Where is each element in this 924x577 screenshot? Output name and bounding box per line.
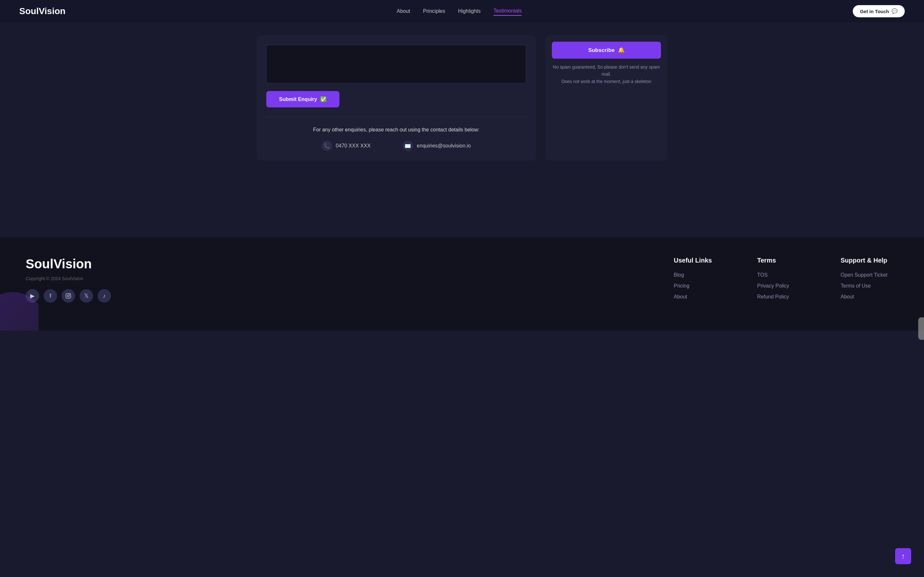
footer: SoulVision Copyright © 2024 SoulVision ▶… <box>0 237 924 330</box>
submit-enquiry-button[interactable]: Submit Enquiry ✅ <box>266 91 339 107</box>
spacer <box>0 173 924 237</box>
social-icons: ▶ f 𝕏 ♪ <box>26 289 648 303</box>
footer-top: SoulVision Copyright © 2024 SoulVision ▶… <box>26 257 898 305</box>
facebook-icon[interactable]: f <box>44 289 57 303</box>
support-title: Support & Help <box>841 257 898 264</box>
phone-contact: 📞 0470 XXX XXX <box>322 141 371 151</box>
footer-brand: SoulVision Copyright © 2024 SoulVision ▶… <box>26 257 648 305</box>
terms-title: Terms <box>757 257 815 264</box>
subscribe-note-line2: Does not work at the moment, just a skel… <box>561 79 651 84</box>
footer-link-blog[interactable]: Blog <box>674 272 732 278</box>
twitter-icon[interactable]: 𝕏 <box>79 289 93 303</box>
email-contact: ✉️ enquiries@soulvision.io <box>403 141 471 151</box>
back-to-top-button[interactable]: ↑ <box>895 548 911 564</box>
footer-link-pricing[interactable]: Pricing <box>674 283 732 289</box>
contact-info-text: For any other enquiries, please reach ou… <box>266 127 526 133</box>
subscribe-button[interactable]: Subscribe 🔔 <box>552 42 661 59</box>
useful-links-title: Useful Links <box>674 257 732 264</box>
phone-icon: 📞 <box>322 141 332 151</box>
subscribe-note-line1: No spam guaranteed, So please don't send… <box>553 64 660 77</box>
form-panel: Submit Enquiry ✅ For any other enquiries… <box>257 35 536 161</box>
bell-icon: 🔔 <box>618 47 625 53</box>
phone-number: 0470 XXX XXX <box>336 143 371 149</box>
tiktok-icon[interactable]: ♪ <box>97 289 111 303</box>
header-logo: SoulVision <box>19 6 65 16</box>
footer-link-support-ticket[interactable]: Open Support Ticket <box>841 272 898 278</box>
svg-point-2 <box>69 294 70 295</box>
instagram-icon[interactable] <box>61 289 75 303</box>
footer-copyright: Copyright © 2024 SoulVision <box>26 276 648 281</box>
nav-testimonials[interactable]: Testimonials <box>493 7 522 16</box>
nav-highlights[interactable]: Highlights <box>458 7 481 15</box>
nav-principles[interactable]: Principles <box>423 7 445 15</box>
footer-link-about[interactable]: About <box>674 294 732 300</box>
email-icon: ✉️ <box>403 141 413 151</box>
message-textarea[interactable] <box>266 45 526 83</box>
get-in-touch-button[interactable]: Get in Touch 💬 <box>853 5 905 17</box>
nav-about[interactable]: About <box>397 7 410 15</box>
footer-useful-links: Useful Links Blog Pricing About <box>674 257 732 305</box>
submit-label: Submit Enquiry <box>279 97 317 102</box>
footer-link-privacy[interactable]: Privacy Policy <box>757 283 815 289</box>
svg-rect-0 <box>66 293 71 298</box>
get-in-touch-label: Get in Touch <box>860 9 889 14</box>
scrollbar-handle[interactable] <box>918 318 924 340</box>
check-icon: ✅ <box>320 96 326 102</box>
main-content: Submit Enquiry ✅ For any other enquiries… <box>0 0 924 173</box>
footer-link-about-support[interactable]: About <box>841 294 898 300</box>
footer-logo: SoulVision <box>26 257 648 271</box>
footer-terms: Terms TOS Privacy Policy Refund Policy <box>757 257 815 305</box>
header: SoulVision About Principles Highlights T… <box>0 0 924 23</box>
arrow-up-icon: ↑ <box>901 552 905 560</box>
chat-icon: 💬 <box>892 8 898 14</box>
subscribe-label: Subscribe <box>588 47 614 53</box>
svg-point-1 <box>67 295 69 297</box>
footer-shape <box>0 292 39 330</box>
footer-link-refund[interactable]: Refund Policy <box>757 294 815 300</box>
subscribe-note: No spam guaranteed, So please don't send… <box>552 63 661 85</box>
footer-shape-inner <box>0 292 39 330</box>
footer-link-tos[interactable]: TOS <box>757 272 815 278</box>
subscribe-panel: Subscribe 🔔 No spam guaranteed, So pleas… <box>545 35 667 161</box>
footer-link-terms-of-use[interactable]: Terms of Use <box>841 283 898 289</box>
contact-section: Submit Enquiry ✅ For any other enquiries… <box>237 23 687 173</box>
footer-support: Support & Help Open Support Ticket Terms… <box>841 257 898 305</box>
main-nav: About Principles Highlights Testimonials <box>397 7 522 16</box>
contact-details: 📞 0470 XXX XXX ✉️ enquiries@soulvision.i… <box>266 141 526 151</box>
email-address: enquiries@soulvision.io <box>417 143 471 149</box>
